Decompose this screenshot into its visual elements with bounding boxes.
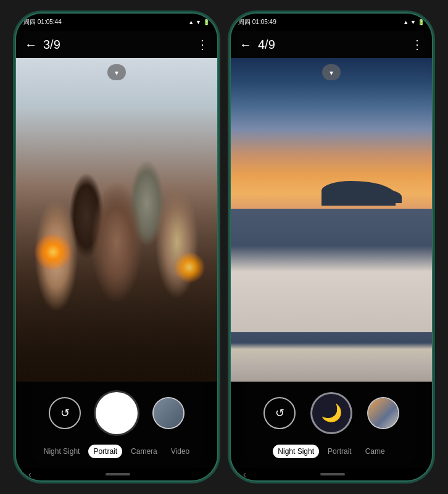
photo-area-2: ▾ — [231, 58, 432, 382]
chevron-down-icon-2: ▾ — [330, 69, 333, 77]
wifi-icon-2: ▼ — [410, 19, 416, 25]
dropdown-handle-2[interactable]: ▾ — [322, 64, 341, 80]
chevron-down-icon-1: ▾ — [115, 69, 118, 77]
status-time-1: 周四 01:05:44 — [23, 18, 62, 27]
shutter-night-button[interactable]: 🌙 — [310, 392, 352, 434]
photo-area-1: ▾ — [16, 58, 217, 382]
status-time-2: 周四 01:05:49 — [238, 18, 276, 27]
signal-icon-2: ▲ — [403, 19, 409, 25]
more-button-2[interactable]: ⋮ — [411, 37, 423, 52]
status-bar-1: 周四 01:05:44 ▲ ▼ 🔋 — [16, 14, 217, 31]
status-icons-1: ▲ ▼ 🔋 — [188, 19, 210, 25]
signal-icon: ▲ — [188, 19, 194, 25]
mode-tabs-1: Night Sight Portrait Camera Video — [16, 445, 217, 458]
battery-icon: 🔋 — [203, 19, 210, 25]
camera-controls-2: ↺ 🌙 Night Sight Portrait Came — [231, 382, 432, 468]
sparkler-right — [174, 252, 205, 283]
back-button-1[interactable]: ← — [25, 38, 37, 52]
mode-tabs-2: Night Sight Portrait Came — [231, 445, 432, 458]
photo-counter-2: 4/9 — [258, 38, 411, 52]
tab-camera-1[interactable]: Camera — [126, 445, 162, 458]
home-bar-2[interactable] — [320, 473, 345, 475]
tab-portrait-2[interactable]: Portrait — [323, 445, 357, 458]
shutter-button-1[interactable] — [96, 392, 138, 434]
sparkler-left — [35, 233, 72, 270]
buildings-area — [231, 246, 432, 332]
camera-buttons-2: ↺ 🌙 — [231, 392, 432, 434]
home-indicator-1: ‹ — [16, 468, 217, 480]
rotate-button-2[interactable]: ↺ — [263, 397, 296, 429]
back-gesture-2[interactable]: ‹ — [243, 469, 246, 479]
nav-bar-2: ← 4/9 ⋮ — [231, 31, 432, 58]
camera-buttons-1: ↺ — [16, 392, 217, 434]
phone-2: 周四 01:05:49 ▲ ▼ 🔋 ← 4/9 ⋮ ▾ ↺ — [230, 12, 433, 482]
battery-icon-2: 🔋 — [418, 19, 425, 25]
tab-portrait-1[interactable]: Portrait — [88, 445, 122, 458]
moon-icon: 🌙 — [321, 403, 342, 423]
home-indicator-2: ‹ — [231, 468, 432, 480]
dropdown-handle-1[interactable]: ▾ — [107, 64, 126, 80]
thumbnail-image-1 — [154, 398, 183, 428]
thumbnail-button-1[interactable] — [152, 397, 185, 429]
back-button-2[interactable]: ← — [239, 38, 252, 52]
rotate-button-1[interactable]: ↺ — [49, 397, 81, 429]
island-silhouette-2 — [352, 188, 402, 203]
phone-1: 周四 01:05:44 ▲ ▼ 🔋 ← 3/9 ⋮ ▾ ↺ — [15, 12, 218, 482]
tab-night-sight-1[interactable]: Night Sight — [39, 445, 85, 458]
rotate-icon-2: ↺ — [275, 406, 284, 420]
more-button-1[interactable]: ⋮ — [196, 37, 209, 52]
status-icons-2: ▲ ▼ 🔋 — [403, 19, 425, 25]
thumbnail-image-2 — [368, 398, 398, 428]
thumbnail-button-2[interactable] — [367, 397, 399, 429]
home-bar-1[interactable] — [106, 473, 130, 475]
photo-group-sparklers — [16, 58, 217, 382]
wifi-icon: ▼ — [196, 19, 201, 25]
tab-camera-2[interactable]: Came — [360, 445, 390, 458]
nav-bar-1: ← 3/9 ⋮ — [16, 31, 217, 58]
photo-santorini-sunset — [231, 58, 432, 382]
rotate-icon-1: ↺ — [60, 406, 70, 420]
tab-night-sight-2[interactable]: Night Sight — [273, 445, 319, 458]
photo-counter-1: 3/9 — [43, 38, 196, 52]
back-gesture-1[interactable]: ‹ — [28, 469, 31, 479]
tab-video-1[interactable]: Video — [166, 445, 194, 458]
camera-controls-1: ↺ Night Sight Portrait Camera Video — [16, 382, 217, 468]
status-bar-2: 周四 01:05:49 ▲ ▼ 🔋 — [231, 14, 432, 31]
